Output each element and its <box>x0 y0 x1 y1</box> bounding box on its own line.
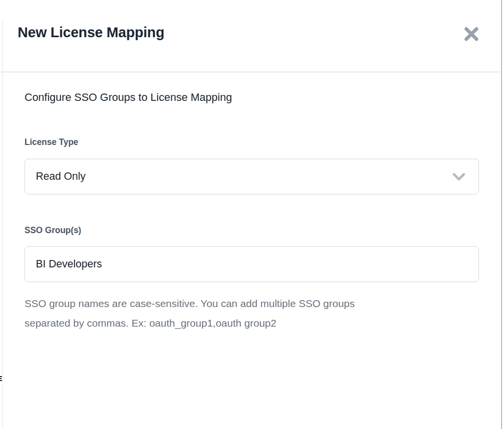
sso-groups-field <box>25 246 479 282</box>
license-type-selected-value: Read Only <box>36 159 86 194</box>
new-license-mapping-modal: New License Mapping Configure SSO Groups… <box>0 0 504 429</box>
modal-header: New License Mapping <box>3 0 501 72</box>
chevron-down-icon <box>453 173 465 181</box>
modal-title: New License Mapping <box>18 24 164 41</box>
sso-groups-label: SSO Group(s) <box>25 225 81 236</box>
clipped-list-icon-bar <box>0 376 2 377</box>
help-text-line1: SSO group names are case-sensitive. You … <box>25 294 466 313</box>
license-type-label: License Type <box>25 137 78 147</box>
modal-body: Configure SSO Groups to License Mapping … <box>3 72 501 429</box>
configure-subtitle: Configure SSO Groups to License Mapping <box>25 91 232 104</box>
modal-right-border <box>501 0 502 429</box>
clipped-list-icon-bar <box>0 380 2 381</box>
close-icon <box>464 27 479 43</box>
sso-groups-input[interactable] <box>25 247 479 282</box>
sso-groups-help-text: SSO group names are case-sensitive. You … <box>25 294 466 333</box>
clipped-list-icon-bar <box>0 378 1 379</box>
close-button[interactable] <box>461 25 481 44</box>
license-type-select[interactable]: Read Only <box>25 159 479 194</box>
help-text-line2: separated by commas. Ex: oauth_group1,oa… <box>25 313 466 333</box>
